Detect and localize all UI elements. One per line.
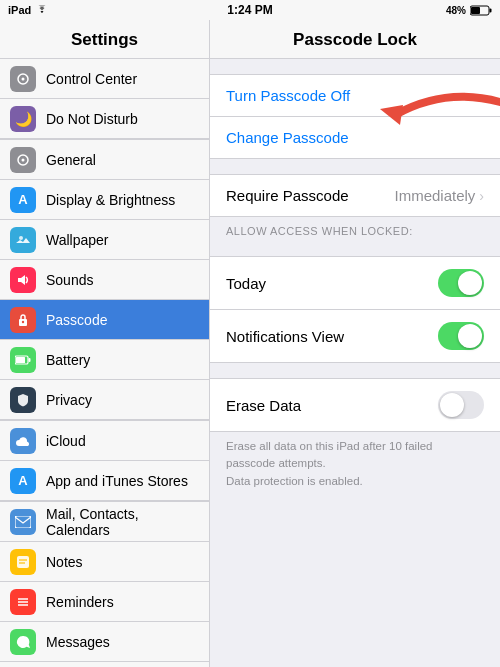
itunes-icon: A: [10, 468, 36, 494]
sidebar-item-display[interactable]: A Display & Brightness: [0, 180, 209, 220]
today-toggle[interactable]: [438, 269, 484, 297]
sidebar-item-itunes[interactable]: A App and iTunes Stores: [0, 461, 209, 501]
svg-rect-12: [16, 357, 25, 363]
sidebar-item-label: Do Not Disturb: [46, 111, 138, 127]
control-center-icon: [10, 66, 36, 92]
sidebar-item-mail[interactable]: Mail, Contacts, Calendars: [0, 502, 209, 542]
icloud-icon: [10, 428, 36, 454]
erase-data-note2: Data protection is enabled.: [226, 475, 363, 487]
sidebar: Settings Control Center 🌙 Do Not Disturb…: [0, 20, 210, 667]
sidebar-item-notes[interactable]: Notes: [0, 542, 209, 582]
sidebar-item-label: App and iTunes Stores: [46, 473, 188, 489]
sidebar-item-label: Messages: [46, 634, 110, 650]
require-passcode-value: Immediately ›: [394, 187, 484, 204]
svg-point-9: [22, 320, 24, 322]
battery-icon: [470, 5, 492, 16]
notifications-view-toggle[interactable]: [438, 322, 484, 350]
sidebar-item-facetime[interactable]: FaceTime: [0, 662, 209, 667]
privacy-icon: [10, 387, 36, 413]
sidebar-item-label: Control Center: [46, 71, 137, 87]
require-passcode-row[interactable]: Require Passcode Immediately ›: [210, 175, 500, 216]
sounds-icon: [10, 267, 36, 293]
sidebar-title: Settings: [0, 20, 209, 59]
sidebar-item-label: Display & Brightness: [46, 192, 175, 208]
wifi-icon: [35, 5, 49, 15]
reminders-icon: [10, 589, 36, 615]
sidebar-item-label: iCloud: [46, 433, 86, 449]
require-passcode-label: Require Passcode: [226, 187, 349, 204]
wallpaper-icon: [10, 227, 36, 253]
require-passcode-section: Require Passcode Immediately ›: [210, 174, 500, 217]
chevron-icon: ›: [479, 188, 484, 204]
sidebar-item-messages[interactable]: Messages: [0, 622, 209, 662]
require-passcode-immediately: Immediately: [394, 187, 475, 204]
status-time: 1:24 PM: [227, 3, 272, 17]
sidebar-item-label: General: [46, 152, 96, 168]
svg-rect-11: [29, 358, 31, 362]
erase-data-note1: Erase all data on this iPad after 10 fai…: [226, 440, 433, 469]
today-label: Today: [226, 275, 266, 292]
sidebar-item-do-not-disturb[interactable]: 🌙 Do Not Disturb: [0, 99, 209, 139]
status-bar: iPad 1:24 PM 48%: [0, 0, 500, 20]
sidebar-item-label: Reminders: [46, 594, 114, 610]
do-not-disturb-icon: 🌙: [10, 106, 36, 132]
sidebar-item-label: Sounds: [46, 272, 93, 288]
sidebar-item-wallpaper[interactable]: Wallpaper: [0, 220, 209, 260]
sidebar-item-battery[interactable]: Battery: [0, 340, 209, 380]
today-row[interactable]: Today: [210, 257, 500, 310]
ipad-label: iPad: [8, 4, 31, 16]
right-panel: Passcode Lock Turn Passcode Off Change P…: [210, 20, 500, 667]
allow-access-section-title: ALLOW ACCESS WHEN LOCKED:: [210, 217, 500, 241]
main-layout: Settings Control Center 🌙 Do Not Disturb…: [0, 20, 500, 667]
notifications-view-label: Notifications View: [226, 328, 344, 345]
battery-percentage: 48%: [446, 5, 466, 16]
status-left: iPad: [8, 4, 49, 16]
sidebar-item-label: Notes: [46, 554, 83, 570]
messages-icon: [10, 629, 36, 655]
erase-data-toggle[interactable]: [438, 391, 484, 419]
passcode-icon: [10, 307, 36, 333]
toggle-knob: [440, 393, 464, 417]
sidebar-item-general[interactable]: General: [0, 140, 209, 180]
notes-icon: [10, 549, 36, 575]
svg-point-6: [22, 158, 25, 161]
sidebar-item-sounds[interactable]: Sounds: [0, 260, 209, 300]
general-icon: [10, 147, 36, 173]
toggle-knob: [458, 324, 482, 348]
erase-data-section: Erase Data: [210, 378, 500, 432]
notifications-view-row[interactable]: Notifications View: [210, 310, 500, 362]
mail-icon: [10, 509, 36, 535]
change-passcode-label: Change Passcode: [226, 129, 349, 146]
svg-rect-1: [490, 8, 492, 12]
right-panel-title: Passcode Lock: [210, 20, 500, 59]
sidebar-item-control-center[interactable]: Control Center: [0, 59, 209, 99]
toggle-knob: [458, 271, 482, 295]
sidebar-item-label: Wallpaper: [46, 232, 109, 248]
display-icon: A: [10, 187, 36, 213]
turn-passcode-off-label: Turn Passcode Off: [226, 87, 350, 104]
erase-data-row[interactable]: Erase Data: [210, 379, 500, 431]
svg-point-4: [22, 77, 25, 80]
turn-passcode-off-row[interactable]: Turn Passcode Off: [210, 75, 500, 117]
sidebar-item-label: Mail, Contacts, Calendars: [46, 506, 199, 538]
change-passcode-row[interactable]: Change Passcode: [210, 117, 500, 158]
erase-data-label: Erase Data: [226, 397, 301, 414]
sidebar-item-privacy[interactable]: Privacy: [0, 380, 209, 420]
sidebar-item-label: Battery: [46, 352, 90, 368]
sidebar-item-label: Passcode: [46, 312, 107, 328]
svg-rect-13: [15, 516, 31, 528]
svg-rect-2: [471, 7, 480, 14]
battery-icon-sidebar: [10, 347, 36, 373]
sidebar-item-label: Privacy: [46, 392, 92, 408]
passcode-actions-section: Turn Passcode Off Change Passcode: [210, 74, 500, 159]
allow-access-section: Today Notifications View: [210, 256, 500, 363]
sidebar-item-reminders[interactable]: Reminders: [0, 582, 209, 622]
sidebar-item-icloud[interactable]: iCloud: [0, 421, 209, 461]
status-right: 48%: [446, 5, 492, 16]
sidebar-item-passcode[interactable]: Passcode: [0, 300, 209, 340]
svg-point-7: [19, 236, 23, 240]
erase-data-note: Erase all data on this iPad after 10 fai…: [210, 432, 500, 500]
svg-rect-14: [17, 556, 29, 568]
